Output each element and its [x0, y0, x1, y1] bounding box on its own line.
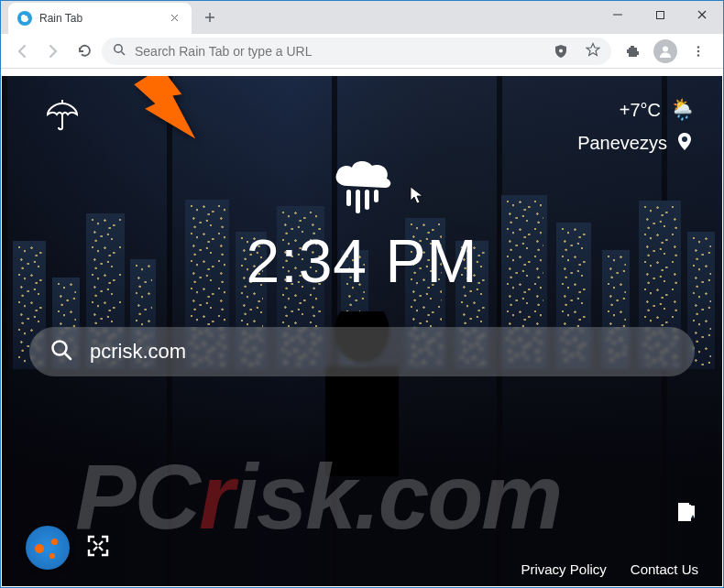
- svg-rect-19: [346, 190, 351, 206]
- svg-line-24: [65, 354, 71, 359]
- address-bar[interactable]: [102, 38, 611, 65]
- svg-rect-22: [374, 190, 378, 202]
- nav-forward-button[interactable]: [39, 38, 67, 65]
- page-viewport: +7°C 🌦️ Panevezys 2:34 PM: [2, 76, 722, 586]
- bookmarks-icon[interactable]: [675, 501, 698, 528]
- svg-point-13: [697, 46, 700, 49]
- location-selector[interactable]: Panevezys: [577, 131, 695, 156]
- svg-rect-21: [365, 190, 369, 210]
- weather-condition-icon: 🌦️: [670, 98, 695, 122]
- new-tab-button[interactable]: [197, 5, 223, 30]
- nav-back-button[interactable]: [8, 38, 36, 65]
- svg-line-10: [122, 52, 126, 56]
- privacy-policy-link[interactable]: Privacy Policy: [521, 561, 606, 577]
- svg-rect-20: [356, 190, 360, 213]
- umbrella-icon[interactable]: [44, 98, 81, 138]
- svg-point-9: [115, 45, 122, 52]
- search-icon: [113, 43, 126, 59]
- nav-reload-button[interactable]: [71, 38, 98, 65]
- contact-us-link[interactable]: Contact Us: [631, 561, 698, 577]
- location-pin-icon: [675, 131, 695, 156]
- toolbar: [1, 34, 723, 69]
- fullscreen-icon[interactable]: [86, 534, 110, 561]
- svg-point-12: [663, 46, 668, 51]
- profile-avatar-button[interactable]: [653, 39, 677, 63]
- tab-close-button[interactable]: [167, 12, 182, 25]
- weather-temperature: +7°C: [620, 100, 661, 121]
- window-maximize-button[interactable]: [639, 1, 681, 28]
- window-close-button[interactable]: [681, 1, 723, 28]
- omnibox-input[interactable]: [135, 44, 576, 59]
- window-minimize-button[interactable]: [597, 1, 639, 28]
- shield-icon[interactable]: [553, 43, 569, 60]
- rain-tab-favicon-icon: [17, 11, 32, 26]
- callout-arrow-icon: [128, 76, 211, 151]
- rain-cloud-icon: [328, 158, 396, 223]
- tab-title: Rain Tab: [39, 12, 167, 25]
- svg-point-18: [682, 136, 687, 142]
- svg-point-11: [559, 49, 563, 52]
- bookmark-star-icon[interactable]: [586, 42, 600, 60]
- location-name: Panevezys: [577, 133, 667, 154]
- search-icon: [49, 338, 73, 365]
- browser-tab[interactable]: Rain Tab: [8, 3, 192, 34]
- svg-rect-1: [656, 11, 664, 18]
- svg-point-14: [697, 49, 700, 52]
- extensions-button[interactable]: [619, 38, 646, 65]
- mouse-cursor-icon: [410, 186, 424, 208]
- browser-menu-button[interactable]: [685, 38, 712, 65]
- svg-point-15: [697, 54, 700, 57]
- newtab-search-input[interactable]: [90, 340, 675, 364]
- clock-display: 2:34 PM: [247, 226, 478, 296]
- newtab-search-bar[interactable]: [29, 327, 695, 376]
- app-badge-icon[interactable]: [26, 526, 70, 570]
